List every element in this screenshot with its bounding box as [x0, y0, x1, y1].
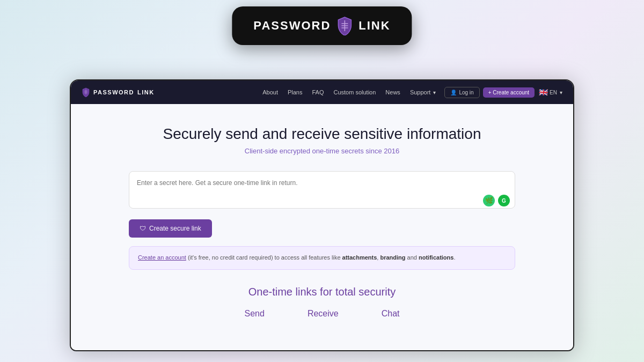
shield-button-icon: 🛡 — [140, 225, 146, 232]
nav-link-plans[interactable]: Plans — [288, 89, 303, 95]
hero-subtitle: Client-side encrypted one-time secrets s… — [82, 147, 562, 155]
account-notice: Create an account (it's free, no credit … — [129, 246, 515, 270]
feature-notifications: notifications — [419, 254, 453, 261]
nav-logo-shield-icon — [82, 87, 90, 97]
flag-icon: 🇬🇧 — [539, 88, 548, 97]
feature-chat: Chat — [382, 309, 400, 319]
language-chevron-icon — [559, 90, 562, 95]
feature-attachments: attachments — [342, 254, 377, 261]
secret-input-container: 🌿 G — [129, 171, 515, 211]
bottom-section: One-time links for total security Send R… — [82, 286, 562, 319]
create-account-button[interactable]: + Create account — [483, 87, 535, 98]
nav-link-support[interactable]: Support — [410, 89, 436, 95]
nav-links: About Plans FAQ Custom solution News Sup… — [262, 89, 436, 95]
nav-logo-text-left: PASSWORD — [93, 89, 134, 95]
nav-link-faq[interactable]: FAQ — [312, 89, 324, 95]
notice-body: (it's free, no credit card required) to … — [186, 254, 342, 261]
create-secure-link-button[interactable]: 🛡 Create secure link — [129, 219, 212, 238]
top-logo-text-right: LINK — [358, 19, 390, 33]
textarea-icons: 🌿 G — [483, 195, 510, 206]
nav-link-about[interactable]: About — [262, 89, 278, 95]
section-title: One-time links for total security — [82, 286, 562, 298]
nav-logo-text-right: LINK — [137, 89, 155, 95]
top-logo-shield-icon — [336, 16, 353, 35]
secret-textarea[interactable] — [129, 171, 515, 209]
top-logo-card: PASSWORD LINK — [232, 6, 412, 45]
nav-logo: PASSWORD LINK — [82, 87, 155, 97]
support-chevron-icon — [432, 89, 436, 95]
nav-link-news[interactable]: News — [385, 89, 400, 95]
emoji-icon[interactable]: 🌿 — [483, 195, 495, 206]
login-button[interactable]: 👤 Log in — [444, 87, 479, 98]
create-account-link[interactable]: Create an account — [138, 254, 186, 261]
language-selector[interactable]: 🇬🇧 EN — [539, 88, 562, 97]
hero-title: Securely send and receive sensitive info… — [82, 125, 562, 143]
feature-columns: Send Receive Chat — [82, 309, 562, 319]
top-logo-text-left: PASSWORD — [253, 19, 331, 33]
feature-receive: Receive — [308, 309, 339, 319]
feature-branding: branding — [380, 254, 405, 261]
browser-frame: PASSWORD LINK About Plans FAQ Custom sol… — [70, 79, 574, 351]
navbar: PASSWORD LINK About Plans FAQ Custom sol… — [71, 80, 573, 104]
feature-send: Send — [245, 309, 265, 319]
nav-link-custom-solution[interactable]: Custom solution — [333, 89, 376, 95]
main-content: Securely send and receive sensitive info… — [71, 104, 573, 350]
grammarly-icon[interactable]: G — [498, 195, 510, 206]
user-icon: 👤 — [450, 90, 457, 95]
